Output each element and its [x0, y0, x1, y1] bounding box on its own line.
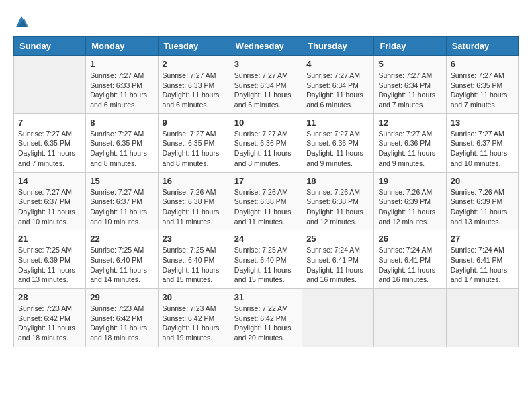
day-number: 5	[378, 59, 441, 69]
day-number: 19	[378, 176, 441, 186]
day-info: Sunrise: 7:27 AMSunset: 6:34 PMDaylight:…	[234, 71, 298, 110]
day-number: 25	[306, 234, 369, 244]
day-number: 26	[378, 234, 441, 244]
day-number: 7	[18, 118, 81, 128]
day-number: 3	[234, 59, 298, 69]
day-number: 22	[90, 234, 153, 244]
day-number: 24	[234, 234, 298, 244]
calendar-cell: 20Sunrise: 7:26 AMSunset: 6:39 PMDayligh…	[446, 172, 518, 230]
day-number: 18	[306, 176, 369, 186]
calendar-cell: 24Sunrise: 7:25 AMSunset: 6:40 PMDayligh…	[230, 230, 302, 289]
day-number: 11	[306, 118, 369, 128]
day-info: Sunrise: 7:27 AMSunset: 6:36 PMDaylight:…	[378, 129, 441, 169]
day-info: Sunrise: 7:22 AMSunset: 6:42 PMDaylight:…	[234, 304, 298, 343]
day-header-tuesday: Tuesday	[158, 37, 230, 56]
calendar-cell: 22Sunrise: 7:25 AMSunset: 6:40 PMDayligh…	[86, 230, 158, 289]
day-number: 27	[451, 234, 514, 244]
calendar-cell: 10Sunrise: 7:27 AMSunset: 6:36 PMDayligh…	[230, 113, 302, 172]
calendar-cell: 12Sunrise: 7:27 AMSunset: 6:36 PMDayligh…	[374, 113, 446, 172]
day-number: 23	[163, 234, 226, 244]
day-info: Sunrise: 7:25 AMSunset: 6:40 PMDaylight:…	[90, 245, 153, 285]
day-info: Sunrise: 7:26 AMSunset: 6:38 PMDaylight:…	[163, 187, 226, 227]
calendar-header-row: SundayMondayTuesdayWednesdayThursdayFrid…	[14, 37, 519, 56]
day-info: Sunrise: 7:27 AMSunset: 6:37 PMDaylight:…	[18, 187, 81, 227]
calendar-cell	[302, 289, 374, 347]
day-info: Sunrise: 7:25 AMSunset: 6:39 PMDaylight:…	[18, 245, 81, 285]
day-header-sunday: Sunday	[14, 37, 86, 56]
calendar-week-row: 1Sunrise: 7:27 AMSunset: 6:33 PMDaylight…	[14, 56, 519, 114]
day-number: 31	[234, 292, 298, 302]
day-number: 12	[378, 118, 441, 128]
calendar-cell: 27Sunrise: 7:24 AMSunset: 6:41 PMDayligh…	[446, 230, 518, 289]
calendar-week-row: 14Sunrise: 7:27 AMSunset: 6:37 PMDayligh…	[14, 172, 519, 230]
day-number: 2	[163, 59, 226, 69]
calendar-cell: 7Sunrise: 7:27 AMSunset: 6:35 PMDaylight…	[14, 113, 86, 172]
day-number: 4	[306, 59, 369, 69]
day-number: 21	[18, 234, 81, 244]
calendar-cell: 14Sunrise: 7:27 AMSunset: 6:37 PMDayligh…	[14, 172, 86, 230]
day-number: 10	[234, 118, 298, 128]
calendar-cell: 17Sunrise: 7:26 AMSunset: 6:38 PMDayligh…	[230, 172, 302, 230]
calendar-cell: 4Sunrise: 7:27 AMSunset: 6:34 PMDaylight…	[302, 56, 374, 114]
calendar-cell: 16Sunrise: 7:26 AMSunset: 6:38 PMDayligh…	[158, 172, 230, 230]
calendar-cell: 13Sunrise: 7:27 AMSunset: 6:37 PMDayligh…	[446, 113, 518, 172]
day-number: 8	[90, 118, 153, 128]
day-number: 14	[18, 176, 81, 186]
day-info: Sunrise: 7:26 AMSunset: 6:39 PMDaylight:…	[451, 187, 514, 227]
logo	[13, 13, 32, 30]
calendar-cell: 23Sunrise: 7:25 AMSunset: 6:40 PMDayligh…	[158, 230, 230, 289]
logo-icon	[13, 13, 30, 30]
calendar-week-row: 28Sunrise: 7:23 AMSunset: 6:42 PMDayligh…	[14, 289, 519, 347]
day-number: 29	[90, 292, 153, 302]
day-info: Sunrise: 7:27 AMSunset: 6:35 PMDaylight:…	[18, 129, 81, 169]
day-number: 30	[163, 292, 226, 302]
calendar-cell	[446, 289, 518, 347]
day-header-friday: Friday	[374, 37, 446, 56]
calendar-cell: 18Sunrise: 7:26 AMSunset: 6:38 PMDayligh…	[302, 172, 374, 230]
day-info: Sunrise: 7:26 AMSunset: 6:39 PMDaylight:…	[378, 187, 441, 227]
day-number: 1	[90, 59, 153, 69]
day-info: Sunrise: 7:27 AMSunset: 6:33 PMDaylight:…	[163, 71, 226, 110]
day-info: Sunrise: 7:25 AMSunset: 6:40 PMDaylight:…	[234, 245, 298, 285]
calendar-cell: 6Sunrise: 7:27 AMSunset: 6:35 PMDaylight…	[446, 56, 518, 114]
day-info: Sunrise: 7:25 AMSunset: 6:40 PMDaylight:…	[163, 245, 226, 285]
calendar-cell: 29Sunrise: 7:23 AMSunset: 6:42 PMDayligh…	[86, 289, 158, 347]
day-header-monday: Monday	[86, 37, 158, 56]
calendar-cell: 3Sunrise: 7:27 AMSunset: 6:34 PMDaylight…	[230, 56, 302, 114]
day-header-wednesday: Wednesday	[230, 37, 302, 56]
calendar-cell: 21Sunrise: 7:25 AMSunset: 6:39 PMDayligh…	[14, 230, 86, 289]
day-info: Sunrise: 7:26 AMSunset: 6:38 PMDaylight:…	[306, 187, 369, 227]
day-info: Sunrise: 7:27 AMSunset: 6:36 PMDaylight:…	[234, 129, 298, 169]
day-number: 15	[90, 176, 153, 186]
day-number: 16	[163, 176, 226, 186]
day-number: 9	[163, 118, 226, 128]
calendar-cell: 8Sunrise: 7:27 AMSunset: 6:35 PMDaylight…	[86, 113, 158, 172]
day-header-thursday: Thursday	[302, 37, 374, 56]
day-info: Sunrise: 7:27 AMSunset: 6:33 PMDaylight:…	[90, 71, 153, 110]
calendar-cell: 26Sunrise: 7:24 AMSunset: 6:41 PMDayligh…	[374, 230, 446, 289]
day-number: 17	[234, 176, 298, 186]
day-info: Sunrise: 7:27 AMSunset: 6:36 PMDaylight:…	[306, 129, 369, 169]
calendar-week-row: 7Sunrise: 7:27 AMSunset: 6:35 PMDaylight…	[14, 113, 519, 172]
day-number: 13	[451, 118, 514, 128]
page-header	[13, 13, 519, 30]
calendar-cell: 2Sunrise: 7:27 AMSunset: 6:33 PMDaylight…	[158, 56, 230, 114]
day-info: Sunrise: 7:24 AMSunset: 6:41 PMDaylight:…	[451, 245, 514, 285]
calendar-cell: 19Sunrise: 7:26 AMSunset: 6:39 PMDayligh…	[374, 172, 446, 230]
calendar-cell: 9Sunrise: 7:27 AMSunset: 6:35 PMDaylight…	[158, 113, 230, 172]
day-info: Sunrise: 7:27 AMSunset: 6:37 PMDaylight:…	[451, 129, 514, 169]
calendar-cell: 28Sunrise: 7:23 AMSunset: 6:42 PMDayligh…	[14, 289, 86, 347]
day-header-saturday: Saturday	[446, 37, 518, 56]
day-info: Sunrise: 7:24 AMSunset: 6:41 PMDaylight:…	[306, 245, 369, 285]
day-number: 20	[451, 176, 514, 186]
calendar-cell: 31Sunrise: 7:22 AMSunset: 6:42 PMDayligh…	[230, 289, 302, 347]
calendar-cell: 11Sunrise: 7:27 AMSunset: 6:36 PMDayligh…	[302, 113, 374, 172]
calendar-cell	[14, 56, 86, 114]
day-info: Sunrise: 7:23 AMSunset: 6:42 PMDaylight:…	[163, 304, 226, 343]
calendar-week-row: 21Sunrise: 7:25 AMSunset: 6:39 PMDayligh…	[14, 230, 519, 289]
calendar-cell: 15Sunrise: 7:27 AMSunset: 6:37 PMDayligh…	[86, 172, 158, 230]
day-info: Sunrise: 7:27 AMSunset: 6:34 PMDaylight:…	[378, 71, 441, 110]
day-info: Sunrise: 7:27 AMSunset: 6:35 PMDaylight:…	[90, 129, 153, 169]
day-info: Sunrise: 7:27 AMSunset: 6:37 PMDaylight:…	[90, 187, 153, 227]
calendar-cell	[374, 289, 446, 347]
